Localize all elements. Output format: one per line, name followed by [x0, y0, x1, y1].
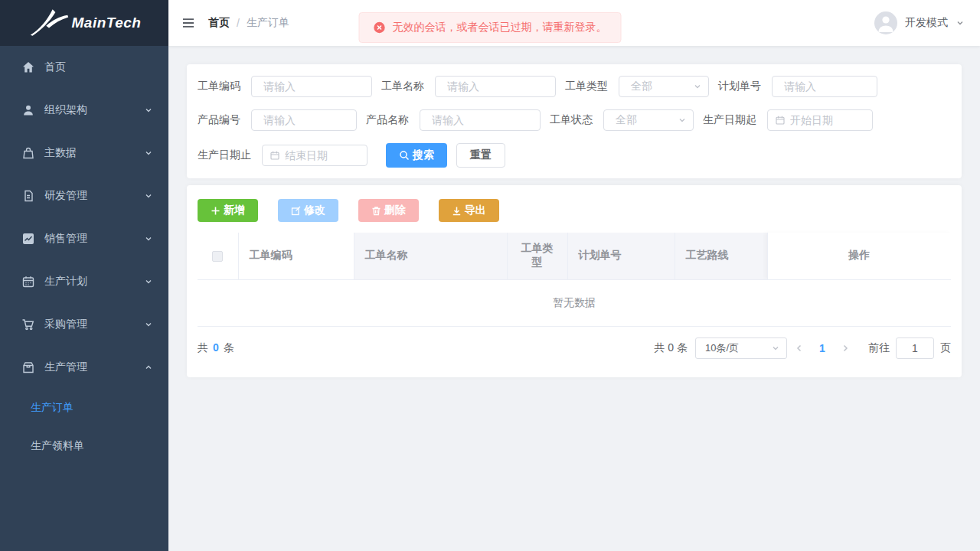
date-end-label: 生产日期止: [198, 148, 251, 162]
column-header-order-type: 工单类型: [507, 233, 567, 279]
search-form-card: 工单编码 工单名称 工单类型 全部 计划单号: [187, 64, 962, 178]
collapse-sidebar-icon[interactable]: [181, 15, 196, 31]
trend-chart-icon: [21, 232, 35, 246]
chevron-up-icon: [144, 363, 153, 372]
order-type-value: 全部: [631, 80, 693, 93]
total-count: 共0条: [198, 341, 234, 355]
sidebar-item-home[interactable]: 首页: [0, 46, 168, 89]
user-name: 开发模式: [905, 16, 948, 30]
avatar: [874, 11, 897, 34]
page-content: 工单编码 工单名称 工单类型 全部 计划单号: [168, 46, 980, 396]
home-icon: [21, 60, 35, 74]
edit-button[interactable]: 修改: [278, 199, 338, 222]
column-header-order-code: 工单编码: [238, 233, 354, 279]
sidebar-item-label: 生产管理: [44, 360, 87, 374]
sidebar-item-org[interactable]: 组织架构: [0, 89, 168, 132]
column-header-actions: 操作: [767, 233, 951, 279]
sidebar-item-label: 研发管理: [44, 189, 87, 203]
sidebar-item-production-mgmt[interactable]: 生产管理: [0, 346, 168, 389]
select-all-header: [198, 233, 238, 279]
sidebar-item-purchasing[interactable]: 采购管理: [0, 303, 168, 346]
delete-button[interactable]: 删除: [358, 199, 419, 222]
goto-label: 前往: [868, 341, 890, 355]
table-footer: 共0条 共 0 条 10条/页 1 前往: [198, 337, 951, 359]
add-button[interactable]: 新增: [198, 199, 258, 222]
edit-icon: [291, 206, 301, 216]
prev-page-button[interactable]: [787, 344, 812, 353]
order-name-label: 工单名称: [381, 80, 424, 93]
download-icon: [452, 206, 462, 216]
app-logo: MainTech: [0, 0, 168, 46]
chevron-left-icon: [795, 344, 804, 353]
chevron-down-icon: [144, 277, 153, 286]
sidebar-item-production-plan[interactable]: 生产计划: [0, 260, 168, 303]
sidebar-item-master-data[interactable]: 主数据: [0, 132, 168, 174]
plus-icon: [211, 206, 220, 216]
chevron-down-icon: [144, 320, 153, 329]
user-menu[interactable]: 开发模式: [874, 11, 965, 34]
date-start-picker[interactable]: [767, 109, 873, 131]
chevron-down-icon: [144, 234, 153, 243]
page-number-1[interactable]: 1: [812, 342, 833, 354]
sidebar-item-label: 首页: [44, 60, 66, 74]
calendar-icon: [21, 275, 35, 289]
shopping-cart-icon: [21, 318, 35, 331]
order-code-input[interactable]: [252, 77, 371, 96]
sidebar-item-label: 主数据: [44, 146, 77, 160]
sidebar-subitem-material-requisition[interactable]: 生产领料单: [0, 427, 168, 465]
breadcrumb-current: 生产订单: [247, 16, 289, 30]
chevron-down-icon: [144, 106, 153, 115]
submenu-item-label: 生产领料单: [31, 439, 84, 453]
sidebar-item-sales[interactable]: 销售管理: [0, 217, 168, 260]
user-icon: [21, 103, 35, 117]
order-name-input[interactable]: [436, 77, 555, 96]
date-end-picker[interactable]: [262, 145, 368, 166]
sidebar-menu: 首页 组织架构 主数据 研发管理: [0, 46, 168, 551]
sidebar-subitem-production-order[interactable]: 生产订单: [0, 389, 168, 427]
pagination: 共 0 条 10条/页 1 前往 页: [654, 337, 951, 359]
goto-page-input[interactable]: [896, 337, 934, 359]
sidebar-item-rnd[interactable]: 研发管理: [0, 174, 168, 217]
chevron-down-icon: [144, 191, 153, 201]
product-name-input[interactable]: [420, 110, 540, 130]
breadcrumb: 首页 / 生产订单: [208, 16, 289, 30]
error-circle-icon: [374, 21, 386, 34]
document-icon: [21, 189, 35, 203]
chevron-right-icon: [841, 344, 850, 353]
search-button[interactable]: 搜索: [386, 143, 447, 168]
order-code-label: 工单编码: [198, 80, 240, 93]
column-header-routing: 工艺路线: [675, 233, 767, 279]
page-unit-label: 页: [940, 341, 951, 355]
order-status-select[interactable]: 全部: [603, 109, 694, 131]
page-size-value: 10条/页: [705, 341, 771, 355]
handbag-icon: [21, 146, 35, 160]
date-start-label: 生产日期起: [703, 113, 756, 127]
search-icon: [399, 150, 410, 161]
plan-no-input[interactable]: [773, 77, 877, 96]
order-list-card: 新增 修改 删除 导出: [187, 185, 962, 377]
chevron-down-icon: [678, 116, 687, 125]
date-end-input[interactable]: [280, 145, 367, 165]
chevron-down-icon: [144, 148, 153, 158]
orders-table: 工单编码 工单名称 工单类型 计划单号 工艺路线 操作 暂无数据: [198, 233, 951, 327]
empty-row: 暂无数据: [198, 279, 951, 326]
table-toolbar: 新增 修改 删除 导出: [198, 199, 951, 222]
select-all-checkbox[interactable]: [212, 251, 223, 262]
calendar-icon: [775, 115, 786, 126]
breadcrumb-separator: /: [237, 17, 240, 29]
chevron-down-icon: [771, 344, 780, 353]
order-status-value: 全部: [616, 113, 678, 127]
date-start-input[interactable]: [786, 110, 872, 130]
reset-button[interactable]: 重置: [456, 143, 505, 168]
order-type-select[interactable]: 全部: [619, 76, 709, 97]
chevron-down-icon: [693, 82, 702, 91]
page-size-select[interactable]: 10条/页: [695, 337, 787, 359]
next-page-button[interactable]: [833, 344, 858, 353]
submenu-item-label: 生产订单: [31, 401, 74, 415]
product-code-input[interactable]: [252, 110, 356, 130]
main-area: 首页 / 生产订单 开发模式 无效的会话，或者会话已过期，请重新登录。 工单编码: [168, 0, 980, 551]
calendar-icon: [270, 150, 280, 161]
export-button[interactable]: 导出: [439, 199, 499, 222]
breadcrumb-home[interactable]: 首页: [208, 16, 230, 30]
sidebar-item-label: 销售管理: [44, 232, 87, 246]
